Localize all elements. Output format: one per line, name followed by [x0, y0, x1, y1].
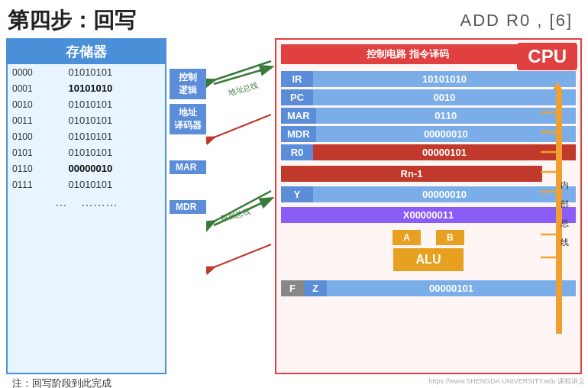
memory-addr: 0000	[8, 64, 63, 80]
y-value: 00000010	[313, 186, 576, 202]
svg-marker-9	[553, 82, 562, 89]
control-boxes: 控制 逻辑 地址 译码器 MAR MDR	[170, 38, 206, 374]
fz-row: F Z 00000101	[281, 280, 576, 296]
z-value: 00000101	[327, 280, 576, 296]
title-english: ADD R0 , [6]	[460, 11, 573, 31]
memory-row: 0111 01010101	[8, 176, 165, 192]
memory-addr: 0001	[8, 80, 63, 96]
reg-label: MDR	[281, 126, 316, 142]
x-value: X00000011	[281, 207, 576, 223]
addr-decoder-box: 地址 译码器	[170, 104, 206, 134]
ctrl-circuit: 控制电路 指令译码	[281, 44, 535, 64]
y-label: Y	[281, 186, 313, 202]
memory-addr: 0100	[8, 128, 63, 144]
reg-value: 0110	[316, 108, 576, 124]
reg-value: 00000101	[313, 144, 576, 160]
memory-data: 10101010	[63, 80, 165, 96]
memory-addr: 0010	[8, 96, 63, 112]
alu-area: A B ALU	[299, 230, 557, 273]
svg-text:总: 总	[561, 218, 570, 228]
internal-bus-arrows: 内 部 总 线	[541, 82, 579, 372]
reg-label: MAR	[281, 108, 316, 124]
note-text: 注：回写阶段到此完成	[12, 377, 111, 388]
memory-title: 存储器	[8, 40, 165, 64]
memory-row: 0110 00000010	[8, 160, 165, 176]
reg-label: R0	[281, 144, 313, 160]
rn-label: Rn-1	[281, 166, 542, 182]
memory-data: 01010101	[63, 176, 165, 192]
cpu-label: CPU	[517, 43, 577, 70]
memory-data: 00000010	[63, 160, 165, 176]
cpu-box: CPU 控制电路 指令译码 IR 10101010PC 0010MAR 0110…	[275, 38, 582, 374]
svg-text:地址总线: 地址总线	[227, 81, 259, 97]
memory-row: 0001 10101010	[8, 80, 165, 96]
memory-table: 0000 010101010001 101010100010 010101010…	[8, 64, 165, 192]
memory-data: 01010101	[63, 128, 165, 144]
header: 第四步：回写 ADD R0 , [6]	[0, 0, 588, 38]
memory-data: 01010101	[63, 64, 165, 80]
memory-box: 存储器 0000 010101010001 101010100010 01010…	[6, 38, 166, 374]
alu-inputs: A B	[393, 230, 464, 245]
ctrl-logic-line1: 控制	[174, 71, 202, 84]
svg-line-6	[214, 115, 271, 137]
reg-label: IR	[281, 71, 313, 87]
title-chinese: 第四步：回写	[8, 6, 136, 35]
addr-line2: 译码器	[174, 119, 202, 132]
svg-text:内: 内	[562, 180, 570, 189]
ctrl-logic-line2: 逻辑	[174, 84, 202, 97]
cpu-registers: IR 10101010PC 0010MAR 0110MDR 00000010R0…	[276, 69, 580, 163]
memory-addr: 0111	[8, 176, 63, 192]
register-row-mar: MAR 0110	[281, 108, 576, 124]
memory-row: 0101 01010101	[8, 144, 165, 160]
reg-value: 10101010	[313, 71, 576, 87]
memory-section: 存储器 0000 010101010001 101010100010 01010…	[6, 38, 206, 374]
memory-data: 01010101	[63, 144, 165, 160]
memory-row: 0100 01010101	[8, 128, 165, 144]
alu-a-input: A	[393, 230, 421, 245]
svg-text:线: 线	[561, 238, 570, 247]
memory-row: 0000 01010101	[8, 64, 165, 80]
register-row-pc: PC 0010	[281, 89, 576, 105]
internal-bus-svg: 内 部 总 线	[541, 82, 579, 372]
memory-dots: … ………	[8, 192, 165, 212]
connection-arrows-svg: 地址总线 数据总线	[206, 38, 275, 344]
x-register-row: X00000011	[281, 207, 576, 223]
svg-line-7	[214, 244, 271, 267]
memory-addr: 0011	[8, 112, 63, 128]
memory-row: 0010 01010101	[8, 96, 165, 112]
alu-box: ALU	[393, 248, 464, 271]
svg-rect-8	[556, 89, 562, 334]
connection-area: 地址总线 数据总线	[206, 38, 275, 374]
memory-data: 01010101	[63, 96, 165, 112]
memory-addr: 0101	[8, 144, 63, 160]
watermark: https://www.SHENGDA.UNIVERSITY.edu 课程讲义	[429, 377, 585, 386]
z-label: Z	[304, 280, 327, 296]
y-register-row: Y 00000010	[281, 186, 576, 202]
addr-line1: 地址	[174, 106, 202, 119]
ctrl-logic-box: 控制 逻辑	[170, 69, 206, 99]
memory-addr: 0110	[8, 160, 63, 176]
memory-row: 0011 01010101	[8, 112, 165, 128]
svg-text:部: 部	[561, 199, 570, 209]
register-row-r0: R0 00000101	[281, 144, 576, 160]
main-layout: 存储器 0000 010101010001 101010100010 01010…	[0, 38, 588, 374]
memory-data: 01010101	[63, 112, 165, 128]
alu-b-input: B	[436, 230, 464, 245]
reg-label: PC	[281, 89, 313, 105]
reg-value: 0010	[313, 89, 576, 105]
register-row-mdr: MDR 00000010	[281, 126, 576, 142]
mdr-label: MDR	[170, 200, 206, 214]
f-label: F	[281, 280, 304, 296]
reg-value: 00000010	[316, 126, 576, 142]
mar-label: MAR	[170, 160, 206, 174]
register-row-ir: IR 10101010	[281, 71, 576, 87]
